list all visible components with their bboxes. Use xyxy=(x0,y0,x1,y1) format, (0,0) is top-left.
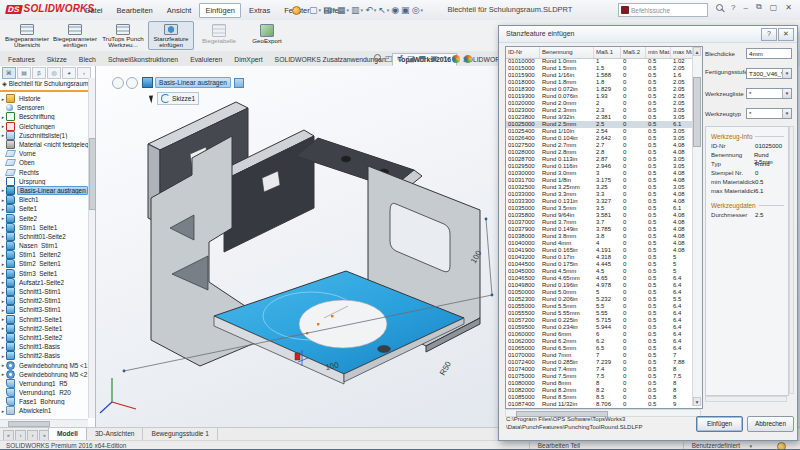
tree-item[interactable]: Verrundung1_R5 xyxy=(0,379,88,388)
fertigungsstufe-select[interactable]: T300_V46_V05100▼ xyxy=(746,68,792,79)
table-row[interactable]: 01019300Rund 0.076in1.9300.52.05 xyxy=(506,93,693,100)
tree-item[interactable]: ▸Schnitt3-Stirn1 xyxy=(0,305,88,314)
undo-icon[interactable]: ↶ xyxy=(365,3,373,17)
menu-ansicht[interactable]: Ansicht xyxy=(161,3,198,18)
new-document-icon[interactable]: ▢ xyxy=(309,3,318,17)
appearance-icon[interactable] xyxy=(452,55,460,63)
table-row[interactable]: 01057200Rund 0.225in5.71500.56.4 xyxy=(506,317,693,324)
toolbar-button-1[interactable]: Biegeparameter Übersicht xyxy=(4,21,50,50)
table-row[interactable]: 01033000Rund 3.3mm3.300.54.08 xyxy=(506,191,693,198)
tree-item[interactable]: ▸Abwickeln1 xyxy=(0,406,88,415)
toolbar-button-3[interactable]: TruTops Punch Werkzeu... xyxy=(100,21,146,50)
table-row[interactable]: 01035800Rund 9/64in3.58100.54.08 xyxy=(506,212,693,219)
tree-item[interactable]: ▸Schnitt1-Basis xyxy=(0,342,88,351)
toolbar-button-2[interactable]: Biegeparameter einfügen xyxy=(52,21,98,50)
table-row[interactable]: 01062000Rund 6.2mm6.200.56.4 xyxy=(506,338,693,345)
hide-show-icon[interactable]: ◇ xyxy=(442,54,448,63)
table-row[interactable]: 01010000Rund 1.0mm100.51.02 xyxy=(506,58,693,65)
open-icon[interactable]: ▤ xyxy=(323,3,332,17)
tree-item[interactable]: ▸Zuschnittsliste(1) xyxy=(0,131,88,140)
sketch-chip[interactable]: Skizze1 xyxy=(157,92,199,105)
command-search-box[interactable]: Befehlssuche xyxy=(618,3,708,17)
tab-property-manager[interactable]: ▤ xyxy=(17,67,31,79)
table-row[interactable]: 01070000Rund 7mm700.57 xyxy=(506,352,693,359)
table-row[interactable]: 01040000Rund 4mm400.54.08 xyxy=(506,240,693,247)
tab-dimxpert[interactable]: ◎ xyxy=(47,67,61,79)
tree-item[interactable]: Material <nicht festgelegt> xyxy=(0,140,88,149)
table-row[interactable]: 01033300Rund 0.131in3.32700.54.08 xyxy=(506,198,693,205)
tree-item[interactable]: Sensoren xyxy=(0,103,88,112)
save-icon[interactable]: ▦ xyxy=(337,3,346,17)
scrollbar-thumb[interactable] xyxy=(693,77,701,147)
select-icon[interactable]: ↖ xyxy=(378,3,386,17)
table-row[interactable]: 01027500Rund 2.7mm2.700.54.08 xyxy=(506,142,693,149)
table-row[interactable]: 01026400Rund 0.104in2.64200.53.05 xyxy=(506,135,693,142)
column-header[interactable]: Maß.2 xyxy=(621,47,646,58)
caret-icon[interactable]: ▾ xyxy=(333,7,336,13)
dropdown-caret-icon[interactable]: ▼ xyxy=(782,89,791,98)
tree-item[interactable]: ▸Schnitt2-Basis xyxy=(0,351,88,360)
table-row[interactable]: 01075000Rund 7.5mm7.500.57.5 xyxy=(506,373,693,380)
table-row[interactable]: 01029500Rund 0.116in2.94600.53.05 xyxy=(506,163,693,170)
table-row[interactable]: 01025400Rund 1/10in2.5400.53.05 xyxy=(506,128,693,135)
table-row[interactable]: 01018300Rund 0.072in1.82900.52.05 xyxy=(506,86,693,93)
close-button[interactable]: ✕ xyxy=(785,3,792,12)
table-row[interactable]: 01045000Rund 4.5mm4.500.55 xyxy=(506,268,693,275)
breadcrumb-confirm-button[interactable] xyxy=(234,78,244,88)
table-row[interactable]: 01020000Rund 2.0mm200.52.05 xyxy=(506,100,693,107)
table-row[interactable]: 01043200Rund 0.17in4.31800.55 xyxy=(506,254,693,261)
tree-item[interactable]: ▸Seite1 xyxy=(0,204,88,213)
tree-item[interactable]: ▸Schnitt01-Seite2 xyxy=(0,232,88,241)
table-row[interactable]: 01085000Rund 8.5mm8.500.58 xyxy=(506,394,693,401)
table-row[interactable]: 01023800Rund 3/32in2.38100.53.05 xyxy=(506,114,693,121)
tree-item[interactable]: Oben xyxy=(0,158,88,167)
table-row[interactable]: 01041900Rund 0.165in4.19100.54.08 xyxy=(506,247,693,254)
werkzeugtyp-select[interactable]: *▼ xyxy=(746,108,792,119)
scroll-up-icon[interactable]: ▲ xyxy=(693,47,701,56)
table-row[interactable]: 01050000Rund 5.0mm500.56.4 xyxy=(506,289,693,296)
caret-icon[interactable]: ▾ xyxy=(347,7,350,13)
tree-item[interactable]: ▸Gewindebohrung M5 <1> xyxy=(0,360,88,369)
dialog-help-button[interactable]: ? xyxy=(761,28,777,41)
tab-skizze[interactable]: Skizze xyxy=(41,53,73,66)
tree-item[interactable]: ▸Stirn3_Seite1 xyxy=(0,269,88,278)
table-row[interactable]: 01023000Rund 2.3mm2.300.53.05 xyxy=(506,107,693,114)
blechdicke-field[interactable]: 4mm xyxy=(746,48,792,59)
freeze-bar[interactable] xyxy=(0,90,88,92)
column-header[interactable]: min Mat... xyxy=(646,47,671,58)
tree-item[interactable]: ▸Stirn1_Seiten2 xyxy=(0,250,88,259)
table-row[interactable]: 01074000Rund 7.4mm7.400.58 xyxy=(506,366,693,373)
table-row[interactable]: 01087400Rund 11/32in8.70600.59 xyxy=(506,401,693,408)
table-row[interactable]: 01018000Rund 1.8mm1.800.52.05 xyxy=(506,79,693,86)
panel-vertical-scrollbar[interactable] xyxy=(789,126,794,394)
breadcrumb-feature-label[interactable]: Basis-Linear austragen xyxy=(155,77,231,88)
table-row[interactable]: 01037900Rund 0.149in3.78500.54.08 xyxy=(506,226,693,233)
sketch-tool-icon[interactable] xyxy=(112,77,124,89)
table-row[interactable]: 01065000Rund 6.5mm6.500.56.4 xyxy=(506,345,693,352)
table-row[interactable]: 01028700Rund 0.113in2.8700.53.05 xyxy=(506,156,693,163)
table-row[interactable]: 01052300Rund 0.206in5.23200.55.5 xyxy=(506,296,693,303)
menu-einfügen[interactable]: Einfügen xyxy=(199,3,241,18)
dropdown-caret-icon[interactable]: ▼ xyxy=(782,109,791,118)
table-row[interactable]: 01038000Rund 3.8mm3.800.54.08 xyxy=(506,233,693,240)
column-header[interactable]: ID-Nr xyxy=(506,47,540,58)
tree-item[interactable]: ▸Seite2 xyxy=(0,213,88,222)
dropdown-caret-icon[interactable]: ▼ xyxy=(782,69,791,78)
view-orientation-icon[interactable]: ⬒ xyxy=(419,54,427,63)
tree-item[interactable]: ▸Stirn1_Seite1 xyxy=(0,223,88,232)
scrollbar-thumb[interactable] xyxy=(89,138,96,210)
tree-item[interactable]: Verrundung1_R20 xyxy=(0,388,88,397)
table-row[interactable]: 01080000Rund 8mm800.58 xyxy=(506,380,693,387)
maximize-button[interactable]: ▢ xyxy=(770,3,778,12)
tab-evaluieren[interactable]: Evaluieren xyxy=(184,53,228,66)
table-row[interactable]: 01025000Rund 2.5mm2.500.56.1 xyxy=(506,121,693,128)
tree-item[interactable]: ▸Nasen_Stirn1 xyxy=(0,241,88,250)
table-row[interactable]: 01059500Rund 0.234in5.94400.56.4 xyxy=(506,324,693,331)
table-row[interactable]: 01072400Rund 0.285in7.23900.57.88 xyxy=(506,359,693,366)
table-row[interactable]: 01037000Rund 3.7mm3.700.54.08 xyxy=(506,219,693,226)
caret-icon[interactable]: ▾ xyxy=(361,7,364,13)
tree-item[interactable]: ▸Schnitt2-Seite1 xyxy=(0,324,88,333)
menu-extras[interactable]: Extras xyxy=(243,3,276,18)
tree-item[interactable]: ▸Schnitt1-Seite2 xyxy=(0,333,88,342)
toolbar-button-6[interactable]: GeoExport xyxy=(244,21,290,50)
